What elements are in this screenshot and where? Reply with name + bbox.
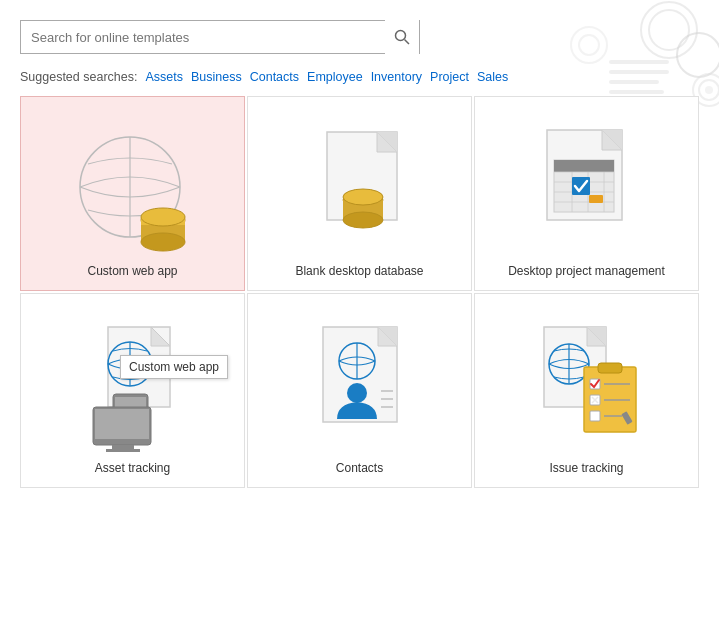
- suggested-contacts[interactable]: Contacts: [250, 70, 299, 84]
- template-asset-tracking[interactable]: Asset tracking: [20, 293, 245, 488]
- svg-point-21: [141, 208, 185, 226]
- template-desktop-project-management[interactable]: Desktop project management: [474, 96, 699, 291]
- template-icon-contacts: [258, 314, 461, 453]
- template-label-contacts: Contacts: [258, 461, 461, 475]
- template-custom-web-app[interactable]: Custom web app: [20, 96, 245, 291]
- svg-point-59: [347, 383, 367, 403]
- svg-point-28: [343, 189, 383, 205]
- svg-rect-52: [112, 445, 134, 449]
- template-icon-custom-web-app: [31, 117, 234, 256]
- svg-rect-42: [589, 195, 603, 203]
- template-grid: Custom web app Blank desktop database: [0, 96, 719, 488]
- svg-rect-69: [598, 363, 622, 373]
- search-button[interactable]: [385, 20, 419, 54]
- svg-line-14: [405, 40, 410, 45]
- suggested-business[interactable]: Business: [191, 70, 242, 84]
- suggested-employee[interactable]: Employee: [307, 70, 363, 84]
- template-label-issue-tracking: Issue tracking: [485, 461, 688, 475]
- svg-point-13: [396, 31, 406, 41]
- search-input[interactable]: [21, 25, 385, 50]
- svg-point-19: [141, 233, 185, 251]
- template-icon-blank-desktop-database: [258, 117, 461, 256]
- template-label-custom-web-app: Custom web app: [31, 264, 234, 278]
- template-icon-desktop-project-management: [485, 117, 688, 256]
- svg-rect-76: [590, 411, 600, 421]
- svg-rect-33: [554, 160, 614, 172]
- search-box: [20, 20, 420, 54]
- search-icon: [394, 29, 410, 45]
- template-blank-desktop-database[interactable]: Blank desktop database: [247, 96, 472, 291]
- suggested-inventory[interactable]: Inventory: [371, 70, 422, 84]
- svg-rect-53: [106, 449, 140, 452]
- suggested-assets[interactable]: Assets: [145, 70, 183, 84]
- template-label-blank-desktop-database: Blank desktop database: [258, 264, 461, 278]
- search-area: [0, 0, 719, 64]
- template-label-asset-tracking: Asset tracking: [31, 461, 234, 475]
- suggested-searches: Suggested searches: Assets Business Cont…: [0, 64, 719, 96]
- suggested-label: Suggested searches:: [20, 70, 137, 84]
- template-icon-asset-tracking: [31, 314, 234, 453]
- svg-rect-51: [95, 409, 149, 439]
- template-contacts[interactable]: Contacts: [247, 293, 472, 488]
- template-label-desktop-project-management: Desktop project management: [485, 264, 688, 278]
- suggested-sales[interactable]: Sales: [477, 70, 508, 84]
- template-issue-tracking[interactable]: Issue tracking: [474, 293, 699, 488]
- template-icon-issue-tracking: [485, 314, 688, 453]
- svg-point-27: [343, 212, 383, 228]
- suggested-project[interactable]: Project: [430, 70, 469, 84]
